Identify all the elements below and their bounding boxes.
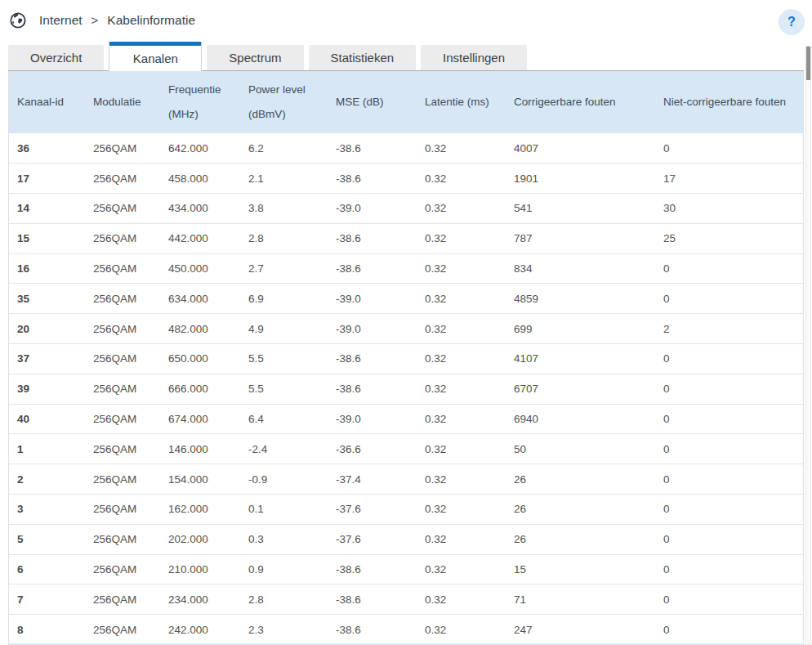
tab-spectrum[interactable]: Spectrum	[207, 45, 303, 70]
table-cell: 0.1	[240, 495, 328, 525]
table-cell: 256QAM	[85, 495, 160, 525]
table-cell: -38.6	[328, 163, 417, 194]
column-header: Kanaal-id	[9, 71, 85, 133]
table-cell: 650.000	[160, 344, 240, 374]
table-cell: 0.9	[240, 554, 328, 585]
table-cell: 0.32	[417, 314, 506, 344]
table-cell: 442.000	[160, 223, 240, 253]
scrollbar-thumb[interactable]	[806, 47, 810, 80]
table-cell: 0	[655, 495, 803, 525]
help-button[interactable]: ?	[779, 9, 805, 35]
table-cell: -37.4	[328, 464, 417, 495]
table-row: 37256QAM650.0005.5-38.60.3241070	[9, 344, 803, 374]
table-cell: 2.8	[240, 223, 328, 253]
table-cell: 256QAM	[85, 284, 160, 314]
table-cell: 146.000	[160, 434, 240, 464]
table-cell: 5.5	[240, 344, 328, 374]
table-cell: 0	[655, 344, 803, 374]
table-cell: -39.0	[328, 284, 417, 314]
table-cell: 20	[9, 314, 85, 344]
table-cell: 4007	[506, 133, 655, 163]
column-header-line: Latentie (ms)	[425, 90, 502, 114]
table-row: 16256QAM450.0002.7-38.60.328340	[9, 253, 803, 284]
table-cell: 26	[506, 524, 655, 554]
table-cell: 0	[655, 284, 803, 314]
table-cell: 256QAM	[85, 464, 160, 495]
table-cell: 16	[9, 253, 85, 284]
table-cell: 0.32	[417, 344, 506, 374]
table-cell: 71	[506, 585, 655, 615]
table-cell: 0.32	[417, 434, 506, 464]
table-row: 5256QAM202.0000.3-37.60.32260	[9, 524, 803, 554]
table-cell: 256QAM	[85, 585, 160, 615]
table-cell: 30	[655, 194, 803, 224]
table-cell: 242.000	[160, 615, 240, 645]
table-cell: 787	[506, 223, 655, 253]
table-cell: 666.000	[160, 374, 240, 404]
table-cell: 256QAM	[85, 404, 160, 434]
table-cell: 26	[506, 495, 655, 525]
globe-icon	[10, 12, 26, 29]
table-cell: 1901	[506, 163, 655, 194]
table-cell: 0.32	[417, 464, 506, 495]
table-row: 6256QAM210.0000.9-38.60.32150	[9, 554, 803, 585]
table-row: 39256QAM666.0005.5-38.60.3267070	[9, 374, 803, 404]
table-cell: 256QAM	[85, 133, 160, 163]
table-cell: 0.32	[417, 163, 506, 194]
table-cell: -38.6	[328, 253, 417, 284]
vertical-scrollbar[interactable]	[805, 46, 811, 645]
table-cell: 0	[655, 374, 803, 404]
table-cell: 0	[655, 133, 803, 163]
breadcrumb-bar: Internet > Kabelinformatie	[0, 0, 812, 45]
table-cell: 0.32	[417, 615, 506, 645]
table-cell: 256QAM	[85, 163, 160, 194]
table-row: 3256QAM162.0000.1-37.60.32260	[9, 495, 803, 525]
table-cell: 15	[9, 223, 85, 253]
tab-overzicht[interactable]: Overzicht	[8, 45, 104, 70]
table-cell: -39.0	[328, 314, 417, 344]
table-cell: -39.0	[328, 404, 417, 434]
table-cell: 256QAM	[85, 253, 160, 284]
table-cell: 2.7	[240, 253, 328, 284]
table-cell: 0.32	[417, 524, 506, 554]
table-cell: 39	[9, 374, 85, 404]
table-cell: 162.000	[160, 495, 240, 525]
breadcrumb-item-internet[interactable]: Internet	[39, 13, 83, 28]
tab-instellingen[interactable]: Instellingen	[421, 45, 527, 70]
table-cell: -38.6	[328, 344, 417, 374]
table-row: 36256QAM642.0006.2-38.60.3240070	[9, 133, 803, 163]
table-cell: 17	[655, 163, 803, 194]
table-cell: 25	[655, 223, 803, 253]
table-cell: -0.9	[240, 464, 328, 495]
table-cell: 450.000	[160, 253, 240, 284]
table-cell: 4107	[506, 344, 655, 374]
table-cell: -38.6	[328, 585, 417, 615]
table-cell: 256QAM	[85, 223, 160, 253]
table-cell: 14	[9, 194, 85, 224]
tab-kanalen[interactable]: Kanalen	[109, 42, 202, 71]
tab-statistieken[interactable]: Statistieken	[309, 45, 417, 70]
table-cell: 6.2	[240, 133, 328, 163]
table-cell: 0.32	[417, 585, 506, 615]
table-cell: 699	[506, 314, 655, 344]
table-cell: 2.3	[240, 615, 328, 645]
table-cell: 541	[506, 194, 655, 224]
table-cell: 0.3	[240, 524, 328, 554]
table-cell: 634.000	[160, 284, 240, 314]
table-cell: 7	[9, 585, 85, 615]
table-cell: 0	[655, 464, 803, 495]
column-header-line: Power level	[248, 78, 324, 102]
breadcrumb-separator-icon: >	[91, 13, 99, 27]
column-header-line: Niet-corrigeerbare fouten	[663, 90, 800, 114]
channels-table-container: Kanaal-idModulatieFrequentie(MHz)Power l…	[8, 71, 804, 645]
column-header-line: Corrigeerbare fouten	[514, 90, 652, 114]
table-cell: 458.000	[160, 163, 240, 194]
column-header: Niet-corrigeerbare fouten	[655, 71, 803, 133]
table-cell: -37.6	[328, 524, 417, 554]
table-cell: -38.6	[328, 615, 417, 645]
table-cell: 154.000	[160, 464, 240, 495]
column-header: Frequentie(MHz)	[160, 71, 240, 133]
table-cell: 2.1	[240, 163, 328, 194]
table-cell: 0.32	[417, 133, 506, 163]
table-cell: -38.6	[328, 223, 417, 253]
